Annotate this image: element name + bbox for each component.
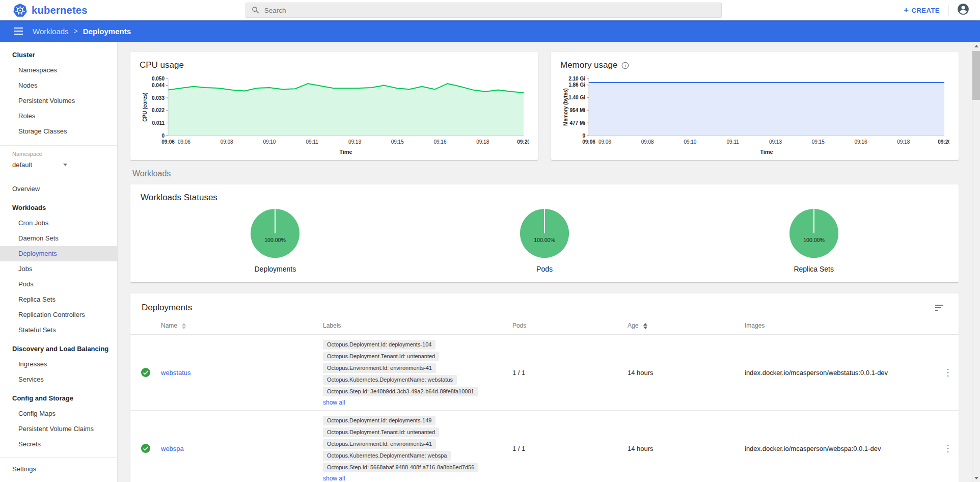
- scrollbar[interactable]: [972, 42, 980, 482]
- sidebar: Cluster Namespaces Nodes Persistent Volu…: [0, 42, 117, 482]
- create-button[interactable]: + CREATE: [904, 5, 940, 15]
- kubernetes-brand[interactable]: kubernetes: [13, 4, 88, 17]
- svg-text:09:13: 09:13: [769, 139, 782, 145]
- sidebar-section-discovery: Discovery and Load Balancing: [0, 338, 117, 357]
- svg-text:Memory (bytes): Memory (bytes): [563, 88, 568, 126]
- user-avatar[interactable]: [957, 3, 970, 18]
- sidebar-section-cluster: Cluster: [0, 44, 117, 63]
- table-row-webstatus: webstatus Octopus.Deployment.Id: deploym…: [130, 335, 959, 411]
- status-pie-deployments: 100.00% Deployments: [141, 208, 410, 273]
- menu-icon[interactable]: [6, 20, 31, 42]
- sidebar-item-deployments[interactable]: Deployments: [0, 246, 117, 261]
- column-header-images: Images: [739, 318, 934, 335]
- name-header-label: Name: [161, 322, 177, 329]
- pods-value: 1 / 1: [506, 335, 621, 411]
- sidebar-section-config-storage: Config and Storage: [0, 387, 117, 406]
- sidebar-item-persistent-volumes[interactable]: Persistent Volumes: [0, 93, 117, 109]
- search-bar[interactable]: [246, 3, 722, 18]
- deployments-pie-percent: 100.00%: [264, 237, 286, 243]
- label-chip: Octopus.Step.Id: 5668abaf-9488-408f-a716…: [323, 463, 478, 472]
- namespace-select[interactable]: default: [0, 157, 67, 171]
- label-chip: Octopus.Deployment.Id: deployments-104: [323, 340, 435, 350]
- svg-text:2.10 Gi: 2.10 Gi: [568, 76, 585, 82]
- status-ok-icon: [141, 443, 151, 453]
- label-chip: Octopus.Deployment.Tenant.Id: untenanted: [323, 427, 439, 437]
- pods-pie-percent: 100.00%: [534, 237, 555, 243]
- svg-text:09:08: 09:08: [221, 139, 233, 145]
- sidebar-item-secrets[interactable]: Secrets: [0, 437, 117, 452]
- pods-value: 1 / 1: [506, 411, 621, 482]
- column-header-age[interactable]: Age: [621, 318, 739, 335]
- breadcrumb: Workloads > Deployments: [33, 27, 131, 36]
- search-input[interactable]: [264, 7, 716, 14]
- cpu-usage-chart: 00.0110.0220.0330.0440.05009:0609:0609:0…: [140, 72, 529, 158]
- create-button-label: CREATE: [912, 7, 940, 14]
- row-actions-menu-icon[interactable]: ⋮: [940, 365, 956, 380]
- deployment-name-link[interactable]: webspa: [161, 445, 184, 452]
- sort-icon-active: [643, 323, 647, 329]
- sidebar-item-cron-jobs[interactable]: Cron Jobs: [0, 216, 117, 231]
- svg-text:09:16: 09:16: [433, 139, 446, 145]
- brand-wordmark: kubernetes: [32, 5, 88, 16]
- column-header-pods: Pods: [506, 318, 621, 335]
- kubernetes-logo-icon: [13, 4, 27, 17]
- sidebar-item-roles[interactable]: Roles: [0, 109, 117, 124]
- info-icon[interactable]: [621, 62, 629, 69]
- svg-text:Time: Time: [760, 149, 773, 155]
- sidebar-item-stateful-sets[interactable]: Stateful Sets: [0, 323, 117, 338]
- workloads-section-heading: Workloads: [132, 169, 959, 178]
- namespace-label: Namespace: [0, 151, 117, 157]
- column-header-name[interactable]: Name: [155, 318, 317, 335]
- sidebar-item-settings[interactable]: Settings: [0, 462, 117, 477]
- column-header-status: [130, 318, 155, 335]
- svg-text:09:15: 09:15: [391, 139, 404, 145]
- age-value: 14 hours: [621, 411, 739, 482]
- sidebar-item-ingresses[interactable]: Ingresses: [0, 357, 117, 372]
- sidebar-item-replica-sets[interactable]: Replica Sets: [0, 292, 117, 307]
- scrollbar-thumb[interactable]: [972, 51, 980, 100]
- sidebar-item-daemon-sets[interactable]: Daemon Sets: [0, 231, 117, 246]
- sidebar-item-jobs[interactable]: Jobs: [0, 261, 117, 277]
- show-all-link[interactable]: show all: [323, 399, 345, 406]
- chevron-down-icon: [63, 164, 67, 166]
- scroll-down-button[interactable]: [972, 474, 980, 482]
- deployments-card: Deployments Name Labels: [130, 293, 959, 482]
- svg-text:09:18: 09:18: [476, 139, 489, 145]
- sidebar-item-config-maps[interactable]: Config Maps: [0, 406, 117, 421]
- namespace-value: default: [12, 161, 32, 169]
- sidebar-item-nodes[interactable]: Nodes: [0, 78, 117, 93]
- sidebar-item-overview[interactable]: Overview: [0, 181, 117, 197]
- svg-text:0.050: 0.050: [152, 76, 165, 82]
- images-value: index.docker.io/mcasperson/webspa:0.0.1-…: [739, 411, 934, 482]
- scroll-up-button[interactable]: [972, 42, 980, 50]
- svg-text:09:06: 09:06: [582, 139, 595, 145]
- memory-usage-chart: 0477 Mi954 Mi1.40 Gi1.86 Gi2.10 Gi09:060…: [560, 72, 949, 158]
- svg-text:1.40 Gi: 1.40 Gi: [568, 95, 585, 100]
- label-chip: Octopus.Environment.Id: environments-41: [323, 363, 436, 373]
- row-actions-menu-icon[interactable]: ⋮: [940, 441, 956, 456]
- status-ok-icon: [141, 367, 151, 378]
- svg-text:09:13: 09:13: [348, 139, 361, 145]
- svg-text:0.022: 0.022: [152, 108, 165, 113]
- breadcrumb-current: Deployments: [83, 27, 131, 36]
- sidebar-item-storage-classes[interactable]: Storage Classes: [0, 124, 117, 139]
- sidebar-item-about[interactable]: About: [0, 477, 117, 482]
- replica-sets-pie-chart: 100.00%: [788, 208, 839, 259]
- workloads-statuses-title: Workloads Statuses: [141, 193, 948, 203]
- sidebar-item-namespaces[interactable]: Namespaces: [0, 63, 117, 78]
- sidebar-item-services[interactable]: Services: [0, 372, 117, 387]
- breadcrumb-workloads[interactable]: Workloads: [33, 27, 69, 36]
- account-circle-icon: [957, 3, 970, 16]
- svg-text:09:11: 09:11: [727, 139, 740, 145]
- deployment-name-link[interactable]: webstatus: [161, 369, 191, 377]
- sidebar-item-pods[interactable]: Pods: [0, 277, 117, 292]
- sidebar-item-replication-controllers[interactable]: Replication Controllers: [0, 307, 117, 323]
- deployments-pie-chart: 100.00%: [250, 208, 301, 259]
- cpu-usage-title: CPU usage: [140, 60, 529, 70]
- svg-text:0.011: 0.011: [152, 120, 165, 126]
- search-icon: [251, 6, 260, 15]
- sidebar-item-persistent-volume-claims[interactable]: Persistent Volume Claims: [0, 421, 117, 437]
- filter-icon[interactable]: [931, 303, 947, 313]
- show-all-link[interactable]: show all: [323, 475, 345, 482]
- svg-text:09:16: 09:16: [854, 139, 867, 145]
